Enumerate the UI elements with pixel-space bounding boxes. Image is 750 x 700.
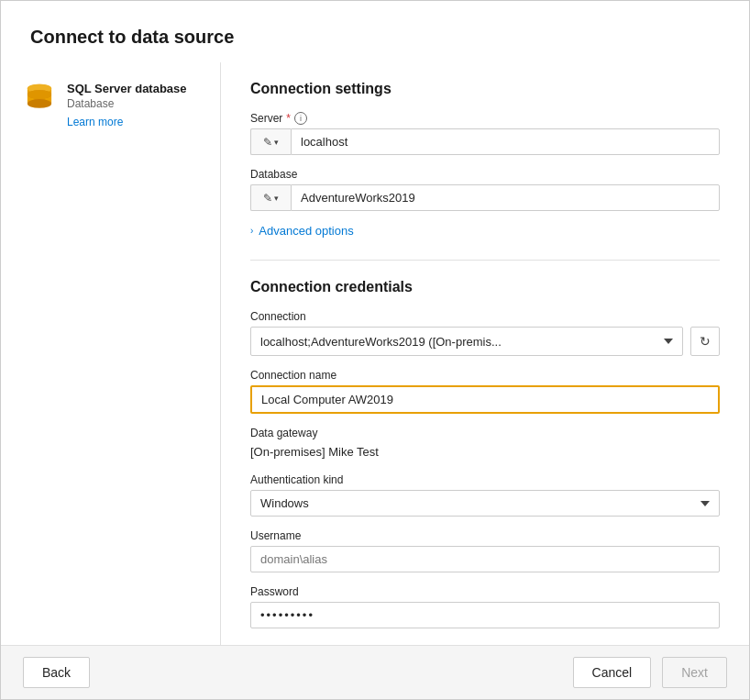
username-label: Username: [250, 529, 720, 542]
username-input[interactable]: [250, 546, 720, 572]
refresh-button[interactable]: ↻: [690, 327, 720, 356]
svg-point-2: [28, 99, 51, 108]
database-edit-button[interactable]: ✎ ▾: [250, 184, 291, 211]
database-label: Database: [250, 168, 720, 181]
data-gateway-label: Data gateway: [250, 427, 720, 439]
database-input[interactable]: [291, 184, 720, 211]
datasource-name: SQL Server database: [67, 81, 187, 97]
database-field-group: Database ✎ ▾: [250, 168, 720, 211]
username-field-group: Username: [250, 529, 720, 572]
connection-dropdown-wrapper: localhost;AdventureWorks2019 ([On-premis…: [250, 327, 720, 356]
advanced-options-label: Advanced options: [259, 224, 353, 238]
database-input-wrapper: ✎ ▾: [250, 184, 720, 211]
connection-settings-title: Connection settings: [250, 81, 720, 97]
footer-right: Cancel Next: [573, 657, 727, 688]
server-info-icon[interactable]: i: [294, 112, 307, 125]
next-button: Next: [662, 657, 727, 688]
svg-point-5: [28, 90, 51, 99]
connection-dropdown[interactable]: localhost;AdventureWorks2019 ([On-premis…: [250, 327, 683, 356]
chevron-down-icon: ▾: [274, 194, 279, 203]
password-input[interactable]: [250, 602, 720, 628]
pencil-icon: ✎: [263, 136, 272, 149]
auth-kind-label: Authentication kind: [250, 473, 720, 486]
section-divider: [250, 260, 720, 261]
connection-name-input[interactable]: [250, 385, 720, 414]
connection-name-field-group: Connection name: [250, 369, 720, 414]
server-required: *: [286, 112, 291, 125]
server-field-group: Server * i ✎ ▾: [250, 112, 720, 155]
data-gateway-value: [On-premises] Mike Test: [250, 443, 720, 461]
datasource-type: Database: [67, 97, 187, 110]
sidebar: SQL Server database Database Learn more: [1, 62, 221, 645]
auth-kind-dropdown[interactable]: Windows Basic OAuth: [250, 490, 720, 517]
main-content: Connection settings Server * i ✎ ▾ Datab…: [221, 62, 749, 645]
server-input-wrapper: ✎ ▾: [250, 128, 720, 155]
dialog-footer: Back Cancel Next: [1, 645, 749, 699]
server-input[interactable]: [291, 128, 720, 155]
chevron-down-icon: ▾: [274, 138, 279, 147]
connection-label: Connection: [250, 310, 720, 323]
connection-field-group: Connection localhost;AdventureWorks2019 …: [250, 310, 720, 356]
sidebar-text: SQL Server database Database Learn more: [67, 81, 187, 128]
refresh-icon: ↻: [700, 334, 711, 349]
auth-kind-field-group: Authentication kind Windows Basic OAuth: [250, 473, 720, 517]
password-label: Password: [250, 585, 720, 598]
password-field-group: Password: [250, 585, 720, 628]
sql-server-icon: [23, 83, 56, 116]
advanced-options-toggle[interactable]: › Advanced options: [250, 224, 720, 238]
dialog-title: Connect to data source: [1, 1, 749, 62]
chevron-right-icon: ›: [250, 226, 253, 236]
learn-more-link[interactable]: Learn more: [67, 116, 187, 128]
data-gateway-field-group: Data gateway [On-premises] Mike Test: [250, 427, 720, 461]
back-button[interactable]: Back: [23, 657, 90, 688]
datasource-item: SQL Server database Database Learn more: [23, 81, 198, 128]
connection-credentials-title: Connection credentials: [250, 279, 720, 295]
server-edit-button[interactable]: ✎ ▾: [250, 128, 291, 155]
cancel-button[interactable]: Cancel: [573, 657, 652, 688]
pencil-icon: ✎: [263, 192, 272, 205]
connection-name-label: Connection name: [250, 369, 720, 382]
server-label: Server * i: [250, 112, 720, 125]
